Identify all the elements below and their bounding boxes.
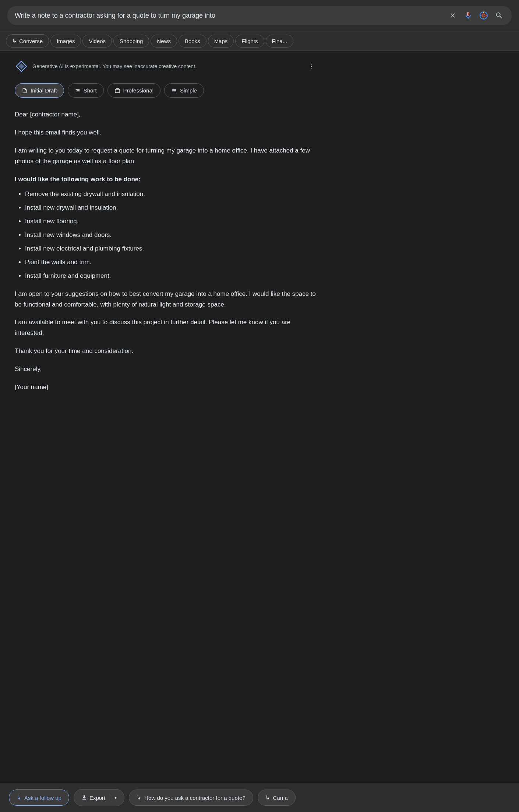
list-item: Paint the walls and trim. xyxy=(25,257,317,268)
tab-flights[interactable]: Flights xyxy=(235,35,264,48)
clear-search-button[interactable] xyxy=(448,10,458,21)
tab-converse[interactable]: ↳ Converse xyxy=(6,34,49,48)
voice-search-button[interactable] xyxy=(463,10,473,21)
simple-lines-icon xyxy=(171,88,177,94)
tab-news[interactable]: News xyxy=(151,35,177,48)
professional-button[interactable]: Professional xyxy=(107,83,161,98)
can-button[interactable]: ↳ Can a xyxy=(258,790,296,806)
lens-search-button[interactable] xyxy=(479,10,489,21)
list-item: Install furniture and equipment. xyxy=(25,271,317,281)
draft-buttons-group: Initial Draft Short Professional Simple xyxy=(15,83,317,98)
export-chevron-icon: ▾ xyxy=(114,795,117,800)
email-para2: I am writing to you today to request a q… xyxy=(15,146,317,167)
svg-marker-7 xyxy=(18,63,24,69)
follow-up-icon: ↳ xyxy=(17,794,21,801)
how-to-ask-button[interactable]: ↳ How do you ask a contractor for a quot… xyxy=(129,790,253,806)
email-body: Dear [contractor name], I hope this emai… xyxy=(15,109,317,393)
email-signature: [Your name] xyxy=(15,382,317,393)
ai-diamond-icon xyxy=(15,60,28,73)
converse-icon: ↳ xyxy=(12,38,17,44)
tab-finance[interactable]: Fina... xyxy=(266,35,294,48)
search-icons xyxy=(448,10,504,21)
email-para4: I am available to meet with you to discu… xyxy=(15,317,317,339)
ask-follow-up-button[interactable]: ↳ Ask a follow up xyxy=(9,790,69,806)
initial-draft-button[interactable]: Initial Draft xyxy=(15,83,64,98)
email-para3: I am open to your suggestions on how to … xyxy=(15,289,317,310)
email-closing: Sincerely, xyxy=(15,364,317,375)
ai-notice-menu-button[interactable]: ⋮ xyxy=(306,61,317,71)
doc-icon xyxy=(22,88,28,94)
briefcase-icon xyxy=(114,88,120,94)
tab-maps[interactable]: Maps xyxy=(208,35,234,48)
ai-notice-text: Generative AI is experimental. You may s… xyxy=(32,63,302,69)
tab-shopping[interactable]: Shopping xyxy=(113,35,149,48)
export-divider xyxy=(109,794,109,801)
short-lines-icon xyxy=(75,88,81,94)
list-item: Install new electrical and plumbing fixt… xyxy=(25,244,317,254)
nav-tabs: ↳ Converse Images Videos Shopping News B… xyxy=(0,31,519,51)
email-work-list: Remove the existing drywall and insulati… xyxy=(25,189,317,281)
short-button[interactable]: Short xyxy=(68,83,104,98)
search-query-text: Write a note to a contractor asking for … xyxy=(15,12,443,20)
export-button[interactable]: Export ▾ xyxy=(74,789,124,806)
how-to-ask-icon: ↳ xyxy=(137,794,141,801)
svg-point-1 xyxy=(482,14,485,17)
list-item: Remove the existing drywall and insulati… xyxy=(25,189,317,200)
main-content: Generative AI is experimental. You may s… xyxy=(0,51,331,446)
search-input-wrapper: Write a note to a contractor asking for … xyxy=(7,6,512,25)
search-button[interactable] xyxy=(494,10,504,21)
export-icon xyxy=(81,795,87,801)
email-greeting: Dear [contractor name], xyxy=(15,109,317,120)
tab-images[interactable]: Images xyxy=(50,35,81,48)
email-work-heading: I would like the following work to be do… xyxy=(15,174,317,185)
tab-videos[interactable]: Videos xyxy=(82,35,112,48)
search-bar: Write a note to a contractor asking for … xyxy=(0,0,519,31)
list-item: Install new windows and doors. xyxy=(25,230,317,241)
email-para1: I hope this email finds you well. xyxy=(15,127,317,138)
can-icon: ↳ xyxy=(265,794,270,801)
bottom-action-bar: ↳ Ask a follow up Export ▾ ↳ How do you … xyxy=(0,783,519,812)
list-item: Install new flooring. xyxy=(25,216,317,227)
tab-books[interactable]: Books xyxy=(179,35,206,48)
simple-button[interactable]: Simple xyxy=(164,83,204,98)
ai-notice-bar: Generative AI is experimental. You may s… xyxy=(15,60,317,74)
list-item: Install new drywall and insulation. xyxy=(25,203,317,213)
email-para5: Thank you for your time and consideratio… xyxy=(15,346,317,357)
